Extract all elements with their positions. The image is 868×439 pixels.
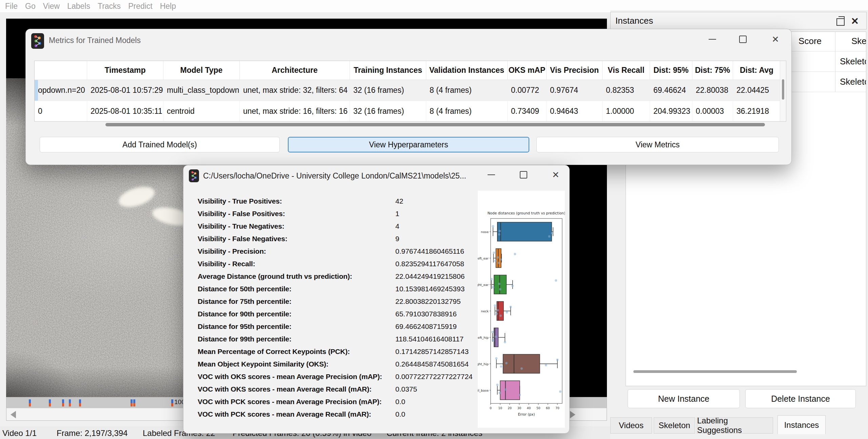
metric-row: Visibility - True Positives:42 [198, 195, 472, 208]
labeled-frame-mark [79, 399, 81, 406]
metric-value: 0.26448458745081654 [395, 360, 469, 368]
model-row-0[interactable]: opdown.n=202025-08-01 10:57:29multi_clas… [35, 80, 786, 101]
metric-row: VOC with OKS scores - mean Average Preci… [198, 371, 472, 383]
close-panel-icon[interactable]: ✕ [851, 16, 859, 27]
instances-table-hscrollbar[interactable] [633, 370, 797, 373]
column-header-Validation Instances[interactable]: Validation Instances [426, 61, 508, 80]
minimize-icon[interactable] [702, 32, 723, 47]
minimize-icon[interactable] [481, 167, 501, 182]
close-icon[interactable]: ✕ [546, 167, 566, 182]
metric-row: Distance for 95th percentile:69.46624087… [198, 320, 472, 333]
metric-value: 4 [395, 222, 399, 230]
metric-label: Visibility - Precision: [198, 247, 266, 255]
metric-row: Distance for 75th percentile:22.80038220… [198, 295, 472, 308]
model-cell: 8 (4 frames) [426, 101, 508, 122]
column-header-Dist: 75%[interactable]: Dist: 75% [692, 61, 733, 80]
dialog-title: Metrics for Trained Models [49, 36, 141, 45]
models-table[interactable]: TimestampModel TypeArchitectureTraining … [34, 61, 786, 122]
close-icon[interactable]: ✕ [765, 32, 786, 47]
maximize-icon[interactable] [733, 32, 753, 47]
model-cell: 0.00772 [508, 80, 547, 101]
metric-row: Visibility - False Positives:1 [198, 208, 472, 220]
instance-row-skeleton[interactable]: Skeleton [840, 77, 866, 87]
menu-help[interactable]: Help [156, 2, 180, 11]
svg-text:left_hip: left_hip [478, 336, 489, 339]
column-header-Vis Recall[interactable]: Vis Recall [603, 61, 650, 80]
model-cell: unet, max stride: 32, filters: 64 [240, 80, 350, 101]
models-table-header-row: TimestampModel TypeArchitectureTraining … [35, 61, 786, 80]
models-table-vscrollbar[interactable] [780, 61, 786, 121]
view-metrics-button[interactable]: View Metrics [536, 137, 779, 152]
metric-label: Average Distance (ground truth vs predic… [198, 272, 352, 280]
svg-text:30: 30 [517, 406, 521, 410]
column-header-name[interactable] [35, 61, 87, 80]
svg-text:nose: nose [481, 230, 489, 234]
new-instance-button[interactable]: New Instance [628, 389, 740, 408]
model-cell: 2025-08-01 10:35:11 [87, 101, 163, 122]
metric-label: Visibility - True Negatives: [198, 222, 284, 230]
column-header-Vis Precision[interactable]: Vis Precision [547, 61, 603, 80]
metric-value: 0.8235294117647058 [395, 260, 464, 268]
svg-text:0: 0 [490, 406, 492, 410]
metric-row: Distance for 50th percentile:10.15398146… [198, 283, 472, 295]
metric-label: Visibility - False Positives: [198, 210, 285, 218]
column-header-Training Instances[interactable]: Training Instances [350, 61, 426, 80]
column-header-Dist: Avg[interactable]: Dist: Avg [733, 61, 781, 80]
metric-value: 69.4662408715919 [395, 322, 457, 331]
tab-instances[interactable]: Instances [777, 415, 826, 434]
menu-file[interactable]: File [1, 2, 21, 11]
view-hyperparameters-button[interactable]: View Hyperparameters [288, 137, 529, 152]
models-dialog: Metrics for Trained Models ✕ TimestampMo… [25, 29, 792, 165]
metric-row: Visibility - Precision:0.976744186046511… [198, 245, 472, 258]
scroll-right-icon[interactable] [570, 411, 575, 418]
float-panel-icon[interactable] [836, 18, 845, 26]
svg-text:right_ear: right_ear [478, 283, 489, 287]
menu-labels[interactable]: Labels [63, 2, 94, 11]
metric-value: 118.54104616408117 [395, 335, 463, 343]
metric-row: Distance for 90th percentile:65.79103078… [198, 308, 472, 320]
model-cell: 204.99323 [650, 101, 692, 122]
labeled-frame-mark [133, 399, 135, 406]
instance-row-skeleton[interactable]: Skeleton [840, 56, 866, 67]
maximize-icon[interactable] [513, 167, 534, 182]
model-row-1[interactable]: 02025-08-01 10:35:11centroidunet, max st… [35, 101, 786, 122]
selection-highlight [35, 80, 38, 101]
column-header-OKS mAP[interactable]: OKS mAP [508, 61, 547, 80]
tab-skeleton[interactable]: Skeleton [654, 417, 695, 434]
vscrollbar-thumb[interactable] [782, 79, 784, 100]
tab-labeling-suggestions[interactable]: Labeling Suggestions [697, 417, 773, 434]
column-header-Architecture[interactable]: Architecture [240, 61, 350, 80]
menu-predict[interactable]: Predict [124, 2, 156, 11]
column-divider [835, 32, 835, 92]
metric-row: Visibility - Recall:0.8235294117647058 [198, 258, 472, 270]
svg-text:60: 60 [546, 406, 550, 410]
tab-videos[interactable]: Videos [610, 417, 652, 434]
menu-go[interactable]: Go [21, 2, 39, 11]
delete-instance-button[interactable]: Delete Instance [745, 389, 856, 408]
column-header-Model Type[interactable]: Model Type [163, 61, 240, 80]
dialog-title: C:/Users/locha/OneDrive - University Col… [203, 171, 466, 181]
menu-tracks[interactable]: Tracks [94, 2, 124, 11]
metric-label: Distance for 50th percentile: [198, 285, 292, 293]
metric-value: 0.0375 [395, 385, 417, 393]
svg-text:Error (px): Error (px) [518, 412, 535, 416]
model-cell: 0.94643 [547, 101, 603, 122]
metric-label: VOC with PCK scores - mean Average Preci… [198, 398, 382, 406]
metric-row: VOC with OKS scores - mean Average Recal… [198, 383, 472, 396]
metric-label: Visibility - True Positives: [198, 197, 282, 205]
status-item: Video 1/1 [2, 428, 37, 438]
metric-label: Mean Percentage of Correct Keypoints (PC… [198, 348, 350, 356]
models-table-hscrollbar[interactable] [105, 123, 765, 126]
metric-value: 65.7910307838916 [395, 310, 457, 318]
metric-value: 22.044249419215806 [395, 272, 465, 280]
menu-view[interactable]: View [39, 2, 63, 11]
column-header-Timestamp[interactable]: Timestamp [87, 61, 163, 80]
labeled-frame-mark [29, 399, 31, 406]
model-cell: multi_class_topdown [163, 80, 240, 101]
add-trained-models-button[interactable]: Add Trained Model(s) [40, 137, 280, 152]
metric-row: Mean Object Keypoint Similarity (OKS):0.… [198, 358, 472, 371]
scroll-left-icon[interactable] [11, 411, 16, 418]
column-header-Dist: 95%[interactable]: Dist: 95% [650, 61, 692, 80]
metric-label: VOC with PCK scores - mean Average Recal… [198, 410, 371, 418]
column-header-skeleton[interactable]: Skeleton [851, 36, 866, 46]
